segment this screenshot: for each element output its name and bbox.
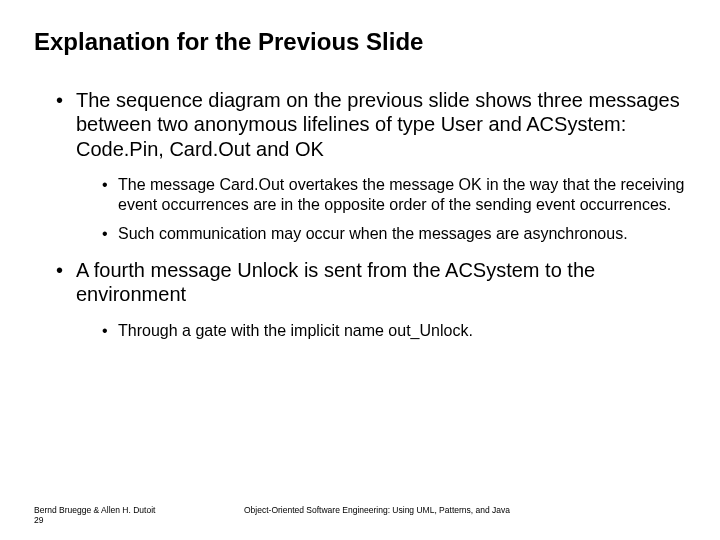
bullet-item: A fourth message Unlock is sent from the… <box>56 258 686 340</box>
bullet-text: A fourth message Unlock is sent from the… <box>76 259 595 305</box>
sub-bullet-list: Through a gate with the implicit name ou… <box>76 321 686 341</box>
footer-left: Bernd Bruegge & Allen H. Dutoit 29 <box>34 505 234 526</box>
footer-book-title: Object-Oriented Software Engineering: Us… <box>234 505 686 526</box>
sub-bullet-item: The message Card.Out overtakes the messa… <box>102 175 686 214</box>
slide-title: Explanation for the Previous Slide <box>34 28 686 56</box>
bullet-text: The sequence diagram on the previous sli… <box>76 89 680 160</box>
slide-footer: Bernd Bruegge & Allen H. Dutoit 29 Objec… <box>34 505 686 526</box>
sub-bullet-item: Such communication may occur when the me… <box>102 224 686 244</box>
bullet-list: The sequence diagram on the previous sli… <box>34 88 686 340</box>
sub-bullet-item: Through a gate with the implicit name ou… <box>102 321 686 341</box>
sub-bullet-text: The message Card.Out overtakes the messa… <box>118 176 685 213</box>
bullet-item: The sequence diagram on the previous sli… <box>56 88 686 244</box>
sub-bullet-text: Through a gate with the implicit name ou… <box>118 322 473 339</box>
sub-bullet-text: Such communication may occur when the me… <box>118 225 628 242</box>
slide: Explanation for the Previous Slide The s… <box>0 0 720 540</box>
footer-page-number: 29 <box>34 515 234 526</box>
footer-authors: Bernd Bruegge & Allen H. Dutoit <box>34 505 234 516</box>
sub-bullet-list: The message Card.Out overtakes the messa… <box>76 175 686 244</box>
